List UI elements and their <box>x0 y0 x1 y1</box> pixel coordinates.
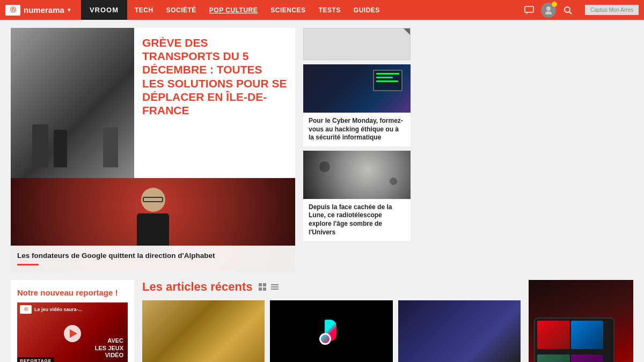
article-1-image <box>142 300 265 362</box>
article-2-image <box>270 300 392 362</box>
person-glasses <box>143 197 163 202</box>
sidebar-articles: Pour le Cyber Monday, formez-vous au hac… <box>303 28 411 272</box>
recent-article-2[interactable]: APPLICATION MOBILE TikTok est accusé d'a… <box>270 300 392 362</box>
sidebar-article-2-image <box>303 151 411 199</box>
nav-tests[interactable]: TESTS <box>312 0 347 20</box>
main-content: GRÈVE DES TRANSPORTS DU 5 DÉCEMBRE : TOU… <box>0 20 644 280</box>
tiktok-background <box>270 300 392 362</box>
right-large-image <box>529 280 633 362</box>
featured-top-row: GRÈVE DES TRANSPORTS DU 5 DÉCEMBRE : TOU… <box>11 28 295 178</box>
video-overlay-text: AVECLES JEUXVIDÉO <box>95 337 123 359</box>
seeds-background <box>142 300 265 362</box>
thumb-tile-3 <box>537 354 570 362</box>
hacking-background <box>303 64 411 113</box>
recent-article-3[interactable]: JEUX VI... Le savi... Vita de... enterré… <box>398 300 521 362</box>
tiktok-circle <box>319 333 331 345</box>
search-icon[interactable] <box>561 4 574 17</box>
metro-person-1 <box>32 124 48 167</box>
chat-icon[interactable] <box>523 4 536 17</box>
view-icons <box>258 282 280 292</box>
logo-icon: ⓝ <box>5 5 20 16</box>
triangle-indicator <box>404 28 410 35</box>
nav-vroom[interactable]: VROOM <box>81 0 127 20</box>
netflix-background <box>529 280 633 362</box>
crater-2 <box>390 178 397 185</box>
top-ad-banner: Captus Mon Arres <box>585 5 639 15</box>
sidebar-article-1[interactable]: Pour le Cyber Monday, formez-vous au hac… <box>303 64 411 146</box>
featured-second-caption: Les fondateurs de Google quittent la dir… <box>11 246 295 272</box>
header: ⓝ numerama ▾ VROOM TECH SOCIÉTÉ POP CULT… <box>0 0 644 20</box>
nav-tech[interactable]: TECH <box>128 0 160 20</box>
vita-background <box>398 300 521 362</box>
tablet-device <box>534 317 614 362</box>
play-button[interactable] <box>64 325 81 342</box>
recent-heading: Les articles récents <box>142 280 252 294</box>
svg-point-1 <box>546 6 551 11</box>
sidebar-article-2[interactable]: Depuis la face cachée de la Lune, ce rad… <box>303 151 411 241</box>
user-avatar[interactable] <box>541 3 556 18</box>
metro-background <box>11 28 134 178</box>
sidebar-article-1-image <box>303 64 411 113</box>
featured-second-article[interactable]: Les fondateurs de Google quittent la dir… <box>11 178 295 272</box>
tablet-screen <box>535 319 613 362</box>
logo-area[interactable]: ⓝ numerama ▾ <box>5 5 70 16</box>
nav-societe[interactable]: SOCIÉTÉ <box>160 0 203 20</box>
bottom-section: Notre nouveau reportage ! ⓝ Le jeu vidéo… <box>0 280 644 362</box>
tiktok-logo <box>319 318 343 345</box>
thumb-tile-2 <box>571 321 604 349</box>
svg-point-2 <box>545 11 552 14</box>
svg-rect-9 <box>271 284 279 285</box>
red-underline <box>17 264 39 265</box>
featured-hero-image <box>11 28 134 178</box>
sidebar-article-1-title: Pour le Cyber Monday, formez-vous au hac… <box>309 117 405 142</box>
grid-view-icon[interactable] <box>258 282 267 292</box>
svg-rect-7 <box>259 287 262 291</box>
svg-line-4 <box>569 12 572 14</box>
svg-rect-6 <box>263 283 266 286</box>
recent-articles-grid: ALIMENTATION BIÈRE NASA L'ISS va recevoi… <box>142 300 521 362</box>
video-title-overlay: Le jeu vidéo saura-... <box>34 307 82 312</box>
metro-person-3 <box>103 127 118 167</box>
video-thumbnail[interactable]: ⓝ Le jeu vidéo saura-... AVECLES JEUXVID… <box>17 302 128 362</box>
svg-rect-11 <box>271 289 279 290</box>
thumb-tile-1 <box>537 321 570 349</box>
featured-headline-title: GRÈVE DES TRANSPORTS DU 5 DÉCEMBRE : TOU… <box>142 36 287 117</box>
svg-rect-10 <box>271 286 279 287</box>
chevron-down-icon: ▾ <box>68 7 70 13</box>
recent-articles-section: Les articles récents <box>142 280 521 362</box>
moon-background <box>303 151 411 199</box>
sidebar-article-1-text: Pour le Cyber Monday, formez-vous au hac… <box>303 113 411 146</box>
svg-point-3 <box>565 7 570 12</box>
recent-article-1[interactable]: ALIMENTATION BIÈRE NASA L'ISS va recevoi… <box>142 300 265 362</box>
thumb-tile-4 <box>571 354 604 362</box>
video-logo-corner: ⓝ <box>20 305 32 314</box>
svg-rect-0 <box>525 6 533 12</box>
reportage-box: Notre nouveau reportage ! ⓝ Le jeu vidéo… <box>11 280 134 362</box>
sidebar-article-2-title: Depuis la face cachée de la Lune, ce rad… <box>309 203 405 237</box>
sidebar-article-2-text: Depuis la face cachée de la Lune, ce rad… <box>303 199 411 241</box>
list-view-icon[interactable] <box>270 282 280 292</box>
code-line-3 <box>376 80 398 82</box>
notification-badge <box>552 2 557 7</box>
featured-left: GRÈVE DES TRANSPORTS DU 5 DÉCEMBRE : TOU… <box>11 28 295 272</box>
crater-1 <box>319 161 330 172</box>
code-line-2 <box>376 77 393 78</box>
header-right: Captus Mon Arres <box>523 3 639 18</box>
nav-guides[interactable]: GUIDES <box>347 0 386 20</box>
sidebar-ad <box>303 28 411 60</box>
featured-headline[interactable]: GRÈVE DES TRANSPORTS DU 5 DÉCEMBRE : TOU… <box>134 28 295 178</box>
article-3-image <box>398 300 521 362</box>
reportage-badge: REPORTAGE <box>17 357 54 362</box>
nav-main: VROOM TECH SOCIÉTÉ POP CULTURE SCIENCES … <box>81 0 523 20</box>
monitor-screen <box>373 70 402 91</box>
code-line-1 <box>376 73 399 75</box>
nav-sciences[interactable]: SCIENCES <box>264 0 312 20</box>
logo-text[interactable]: numerama <box>24 5 64 14</box>
svg-rect-5 <box>259 283 262 286</box>
reportage-heading: Notre nouveau reportage ! <box>17 288 128 297</box>
metro-person-2 <box>54 130 67 167</box>
nav-pop-culture[interactable]: POP CULTURE <box>203 0 264 20</box>
svg-rect-8 <box>263 287 266 291</box>
person-head <box>141 188 165 212</box>
featured-second-title: Les fondateurs de Google quittent la dir… <box>17 251 289 261</box>
